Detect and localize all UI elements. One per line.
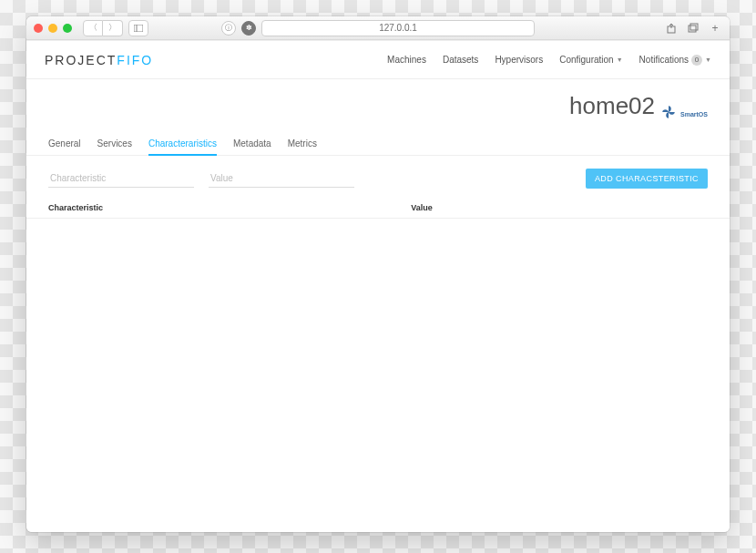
col-value: Value xyxy=(411,203,708,212)
tab-characteristics[interactable]: Characteraristics xyxy=(148,133,217,156)
tab-metadata[interactable]: Metadata xyxy=(233,133,271,155)
logo[interactable]: PROJECTFIFO xyxy=(45,53,153,67)
svg-rect-0 xyxy=(134,25,143,32)
close-icon[interactable] xyxy=(34,24,43,33)
characteristics-table-header: Characteristic Value xyxy=(26,198,730,219)
tab-services[interactable]: Services xyxy=(97,133,132,155)
chevron-down-icon: ▼ xyxy=(705,56,711,63)
address-cluster: ⓘ ✽ 127.0.0.1 xyxy=(221,20,535,36)
app-content: PROJECTFIFO Machines Datasets Hypervisor… xyxy=(26,40,730,532)
col-characteristic: Characteristic xyxy=(48,203,411,212)
nav-back-forward: 〈 〉 xyxy=(83,20,123,36)
logo-main: PROJECT xyxy=(45,53,117,67)
nav-notifications[interactable]: Notifications0▼ xyxy=(639,55,711,66)
top-nav: PROJECTFIFO Machines Datasets Hypervisor… xyxy=(26,41,730,79)
traffic-lights xyxy=(34,24,72,33)
tab-general[interactable]: General xyxy=(48,133,81,155)
svg-rect-3 xyxy=(689,26,696,32)
sidebar-toggle-button[interactable] xyxy=(128,20,148,36)
titlebar: 〈 〉 ⓘ ✽ 127.0.0.1 + xyxy=(26,16,730,40)
svg-rect-4 xyxy=(690,24,698,30)
browser-window: 〈 〉 ⓘ ✽ 127.0.0.1 + PROJECTFIFO xyxy=(26,16,730,532)
page-title-text: home02 xyxy=(569,92,655,120)
minimize-icon[interactable] xyxy=(48,24,57,33)
notifications-badge: 0 xyxy=(691,55,702,66)
nav-hypervisors[interactable]: Hypervisors xyxy=(495,55,543,66)
tab-bar: General Services Characteraristics Metad… xyxy=(26,133,730,156)
main-menu: Machines Datasets Hypervisors Configurat… xyxy=(387,55,711,66)
add-characteristic-button[interactable]: ADD CHARACSTERISTIC xyxy=(586,169,708,189)
nav-datasets[interactable]: Datasets xyxy=(443,55,478,66)
page-title: home02 SmartOS xyxy=(569,92,708,120)
logo-accent: FIFO xyxy=(117,53,153,67)
value-input[interactable] xyxy=(209,169,354,188)
nav-machines[interactable]: Machines xyxy=(387,55,426,66)
zoom-icon[interactable] xyxy=(63,24,72,33)
reader-icon[interactable]: ✽ xyxy=(241,21,256,36)
share-icon[interactable] xyxy=(664,21,679,36)
smartos-icon xyxy=(660,98,677,115)
back-button[interactable]: 〈 xyxy=(83,20,103,36)
nav-configuration[interactable]: Configuration▼ xyxy=(559,55,622,66)
privacy-icon[interactable]: ⓘ xyxy=(221,21,236,36)
address-bar[interactable]: 127.0.0.1 xyxy=(261,20,535,36)
add-characteristic-form: ADD CHARACSTERISTIC xyxy=(26,156,730,198)
tab-metrics[interactable]: Metrics xyxy=(288,133,317,155)
toolbar-right: + xyxy=(664,21,722,36)
characteristic-input[interactable] xyxy=(48,169,194,188)
page-header: home02 SmartOS xyxy=(26,79,730,128)
new-tab-icon[interactable]: + xyxy=(708,21,722,36)
forward-button[interactable]: 〉 xyxy=(103,20,123,36)
chevron-down-icon: ▼ xyxy=(617,56,623,63)
tabs-icon[interactable] xyxy=(686,21,700,36)
os-label: SmartOS xyxy=(680,111,708,120)
